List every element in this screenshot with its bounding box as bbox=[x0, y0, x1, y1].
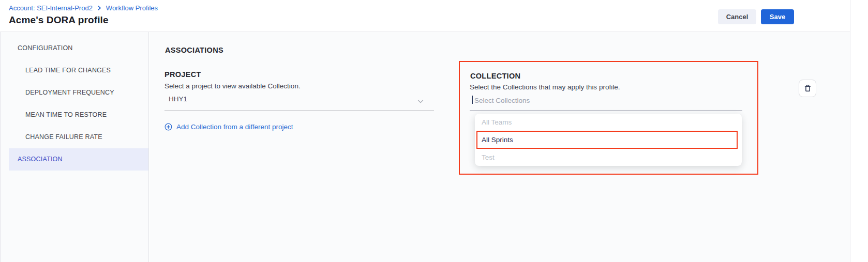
associations-heading: ASSOCIATIONS bbox=[165, 46, 223, 54]
breadcrumb-account-link[interactable]: Account: SEI-Internal-Prod2 bbox=[9, 4, 93, 12]
option-all-teams: All Teams bbox=[475, 114, 742, 131]
page-title: Acme's DORA profile bbox=[9, 14, 109, 26]
collection-select-field bbox=[470, 94, 742, 111]
delete-association-button[interactable] bbox=[799, 80, 816, 97]
workflow-profile-page: Account: SEI-Internal-Prod2 Workflow Pro… bbox=[0, 0, 868, 262]
breadcrumb-workflow-profiles-link[interactable]: Workflow Profiles bbox=[106, 4, 158, 12]
sidebar-item-configuration[interactable]: CONFIGURATION bbox=[1, 37, 148, 59]
sidebar-item-lead-time-for-changes[interactable]: LEAD TIME FOR CHANGES bbox=[1, 59, 148, 82]
breadcrumb: Account: SEI-Internal-Prod2 Workflow Pro… bbox=[9, 4, 158, 12]
collection-options-dropdown: All Teams All Sprints Test bbox=[475, 114, 742, 166]
option-all-sprints-label: All Sprints bbox=[482, 136, 513, 144]
trash-icon bbox=[803, 84, 812, 93]
chevron-down-icon bbox=[416, 97, 425, 107]
annotation-red-frame bbox=[476, 131, 738, 149]
project-description: Select a project to view available Colle… bbox=[164, 82, 301, 90]
sidebar-item-deployment-frequency[interactable]: DEPLOYMENT FREQUENCY bbox=[1, 82, 148, 104]
collection-heading: COLLECTION bbox=[470, 72, 520, 80]
chevron-right-icon bbox=[97, 5, 102, 11]
page-header: Account: SEI-Internal-Prod2 Workflow Pro… bbox=[0, 0, 850, 32]
collection-search-input[interactable] bbox=[474, 94, 733, 107]
option-all-sprints[interactable]: All Sprints bbox=[475, 131, 742, 149]
sidebar-item-association[interactable]: ASSOCIATION bbox=[9, 148, 148, 171]
collection-section: COLLECTION Select the Collections that m… bbox=[459, 61, 758, 175]
add-collection-link[interactable]: Add Collection from a different project bbox=[164, 123, 293, 131]
cancel-button[interactable]: Cancel bbox=[718, 9, 756, 24]
project-heading: PROJECT bbox=[164, 70, 201, 79]
circle-plus-icon bbox=[164, 123, 172, 131]
save-button[interactable]: Save bbox=[761, 9, 794, 24]
settings-sidebar: CONFIGURATION LEAD TIME FOR CHANGES DEPL… bbox=[0, 32, 149, 262]
project-select[interactable]: HHY1 bbox=[164, 93, 434, 111]
option-test: Test bbox=[475, 149, 742, 166]
collection-description: Select the Collections that may apply th… bbox=[470, 83, 620, 91]
project-select-value: HHY1 bbox=[169, 95, 187, 103]
right-gutter bbox=[850, 0, 868, 262]
add-collection-link-label: Add Collection from a different project bbox=[176, 123, 293, 131]
sidebar-item-change-failure-rate[interactable]: CHANGE FAILURE RATE bbox=[1, 126, 148, 148]
sidebar-item-mean-time-to-restore[interactable]: MEAN TIME TO RESTORE bbox=[1, 104, 148, 126]
text-cursor bbox=[472, 96, 473, 104]
association-panel: ASSOCIATIONS PROJECT Select a project to… bbox=[149, 32, 850, 262]
